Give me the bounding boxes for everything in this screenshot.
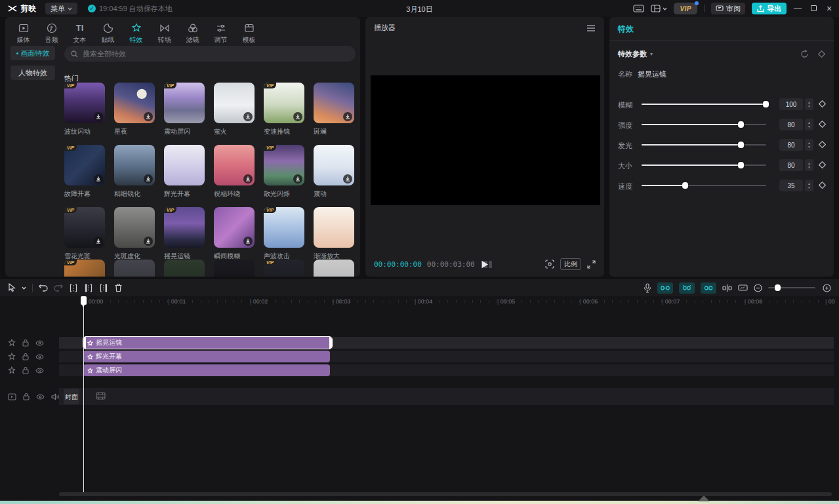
effect-card[interactable]: VIP — [114, 260, 155, 277]
effect-card[interactable]: VIP 萤火 — [214, 83, 255, 136]
shortcut-keyboard-icon[interactable] — [633, 5, 644, 12]
main-video-track[interactable] — [59, 388, 834, 405]
close-button[interactable]: × — [825, 3, 834, 14]
mute-icon[interactable] — [51, 393, 59, 400]
effect-card[interactable]: VIP 散光闪烁 — [264, 145, 304, 199]
effect-clip[interactable]: 摇晃运镜 — [83, 337, 332, 349]
horizontal-scrollbar[interactable] — [59, 492, 832, 496]
aspect-ratio-button[interactable]: 比例 — [560, 258, 581, 270]
effect-thumbnail[interactable]: VIP — [264, 207, 304, 248]
param-value[interactable]: 80 — [779, 159, 803, 171]
slider-handle[interactable] — [738, 121, 744, 128]
download-icon[interactable] — [243, 237, 253, 246]
category-screen-effects[interactable]: 画面特效 — [10, 46, 55, 60]
effect-card[interactable]: VIP 震动 — [314, 145, 354, 199]
zoom-slider-handle[interactable] — [775, 284, 781, 291]
download-icon[interactable] — [343, 174, 352, 184]
effect-thumbnail[interactable]: VIP — [164, 145, 205, 185]
tab-media[interactable]: 媒体 — [9, 21, 37, 47]
download-icon[interactable] — [94, 174, 103, 184]
effect-card[interactable]: VIP — [314, 260, 354, 277]
keyframe-diamond-icon[interactable] — [818, 50, 825, 58]
collapse-caret-icon[interactable]: ▾ — [650, 51, 653, 57]
add-media-placeholder-icon[interactable] — [96, 392, 106, 400]
download-icon[interactable] — [144, 112, 153, 121]
playhead-line[interactable] — [83, 296, 84, 494]
download-icon[interactable] — [293, 174, 302, 184]
effect-card[interactable]: VIP 渐渐放大 — [314, 207, 354, 261]
delete-left-icon[interactable] — [84, 284, 93, 292]
effect-card[interactable]: VIP 震动屏闪 — [164, 83, 205, 136]
value-stepper[interactable]: ▲▼ — [805, 139, 813, 151]
effect-thumbnail[interactable]: VIP — [164, 207, 205, 248]
slider-handle[interactable] — [763, 101, 769, 107]
effect-thumbnail[interactable]: VIP — [314, 83, 354, 123]
effect-card[interactable]: VIP 光斑虚化 — [114, 207, 155, 261]
lock-icon[interactable] — [22, 366, 29, 374]
effect-thumbnail[interactable]: VIP — [214, 260, 255, 277]
vip-badge-button[interactable]: VIP — [674, 3, 697, 14]
tab-transition[interactable]: 转场 — [150, 21, 178, 47]
effect-thumbnail[interactable]: VIP — [214, 83, 255, 123]
eye-icon[interactable] — [35, 340, 44, 346]
tab-filter[interactable]: 滤镜 — [178, 21, 207, 47]
menu-button[interactable]: 菜单 — [45, 3, 77, 14]
zoom-fit-icon[interactable] — [823, 284, 831, 292]
effect-thumbnail[interactable]: VIP — [264, 260, 304, 277]
video-canvas[interactable] — [371, 75, 600, 205]
effect-card[interactable]: VIP 辉光开幕 — [164, 145, 205, 199]
download-icon[interactable] — [293, 112, 302, 121]
lock-icon[interactable] — [22, 353, 29, 360]
effect-thumbnail[interactable]: VIP — [114, 83, 155, 123]
redo-icon[interactable] — [54, 284, 63, 292]
record-voiceover-icon[interactable] — [644, 283, 651, 293]
effect-thumbnail[interactable]: VIP — [64, 207, 105, 248]
value-stepper[interactable]: ▲▼ — [805, 159, 813, 171]
param-value[interactable]: 35 — [779, 180, 803, 191]
delete-right-icon[interactable] — [99, 284, 108, 292]
keyframe-diamond-icon[interactable] — [819, 161, 826, 168]
effect-card[interactable]: VIP 雪花光斑 — [64, 207, 105, 261]
keyframe-diamond-icon[interactable] — [819, 121, 826, 128]
playhead-handle[interactable] — [81, 296, 87, 305]
eye-icon[interactable] — [35, 368, 44, 374]
effect-card[interactable]: VIP — [164, 260, 205, 277]
effect-thumbnail[interactable]: VIP — [64, 260, 105, 277]
effect-card[interactable]: VIP 故障开幕 — [64, 145, 105, 199]
cover-button[interactable]: 封面 — [64, 389, 79, 404]
timeline-adapt-icon[interactable] — [738, 284, 748, 292]
effects-search-input[interactable]: 搜索全部特效 — [64, 46, 356, 62]
download-icon[interactable] — [94, 112, 103, 121]
effect-card[interactable]: VIP — [214, 260, 255, 277]
param-value[interactable]: 80 — [779, 119, 803, 130]
slider-handle[interactable] — [738, 162, 744, 168]
effect-thumbnail[interactable]: VIP — [314, 145, 354, 185]
maximize-button[interactable] — [809, 4, 818, 13]
eye-icon[interactable] — [35, 354, 44, 360]
effect-card[interactable]: VIP — [64, 260, 105, 277]
tab-adjust[interactable]: 调节 — [207, 21, 235, 47]
download-icon[interactable] — [243, 112, 253, 121]
effect-card[interactable]: VIP 瞬间模糊 — [214, 207, 255, 261]
tab-effects[interactable]: 特效 — [122, 21, 150, 47]
effect-thumbnail[interactable]: VIP — [164, 83, 205, 123]
timeline-area[interactable]: 00:0000:0100:0200:0300:0400:0500:0600:07… — [0, 296, 839, 501]
main-track-magnet-toggle[interactable] — [657, 282, 673, 294]
eye-icon[interactable] — [36, 394, 45, 400]
keyframe-diamond-icon[interactable] — [819, 141, 826, 148]
tab-template[interactable]: 模板 — [235, 21, 263, 47]
value-stepper[interactable]: ▲▼ — [805, 98, 813, 110]
keyframe-diamond-icon[interactable] — [819, 182, 826, 189]
download-icon[interactable] — [343, 112, 352, 121]
fullscreen-icon[interactable] — [587, 260, 596, 269]
param-value[interactable]: 100 — [779, 98, 803, 110]
tab-audio[interactable]: 音频 — [37, 21, 66, 47]
player-options-icon[interactable] — [586, 25, 596, 31]
effect-card[interactable]: VIP 祝福环绕 — [214, 145, 255, 199]
split-clip-icon[interactable] — [69, 284, 78, 292]
preview-focus-icon[interactable] — [545, 260, 554, 269]
download-icon[interactable] — [144, 174, 153, 184]
effect-card[interactable]: VIP 声波攻击 — [264, 207, 304, 261]
effect-clip[interactable]: 震动屏闪 — [83, 364, 330, 376]
effect-card[interactable]: VIP 星夜 — [114, 83, 155, 136]
